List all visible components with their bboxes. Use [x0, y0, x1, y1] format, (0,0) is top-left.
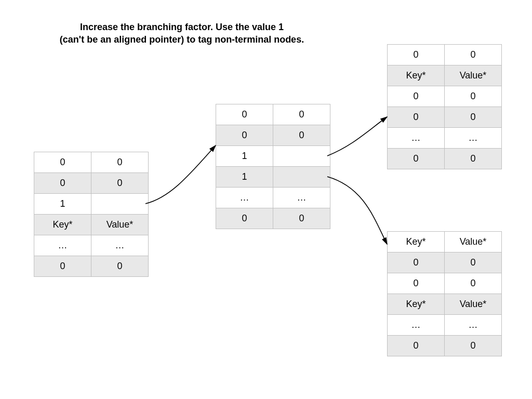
- cell: Value*: [445, 232, 502, 252]
- cell: 0: [216, 104, 273, 125]
- cell: Value*: [91, 215, 149, 235]
- node-table-top-right: 00 Key*Value* 00 00 …… 00: [387, 44, 502, 169]
- cell: 0: [388, 336, 445, 356]
- cell: [273, 167, 330, 188]
- cell: Key*: [388, 232, 445, 252]
- node-table-bottom-right: Key*Value* 00 00 Key*Value* …… 00: [387, 231, 502, 356]
- cell: 0: [34, 173, 91, 194]
- cell: …: [445, 315, 502, 336]
- cell: 1: [34, 194, 91, 215]
- cell: 1: [216, 167, 273, 188]
- title-line2: (can't be an aligned pointer) to tag non…: [60, 34, 304, 45]
- cell: …: [445, 128, 502, 149]
- cell: 0: [388, 86, 445, 107]
- cell: 0: [273, 104, 330, 125]
- cell: 0: [445, 86, 502, 107]
- cell: 0: [388, 149, 445, 169]
- cell: [91, 194, 149, 215]
- cell: 0: [388, 273, 445, 294]
- cell: …: [34, 235, 91, 256]
- cell: 0: [216, 125, 273, 146]
- cell: 0: [445, 149, 502, 169]
- cell: 0: [216, 208, 273, 229]
- cell: …: [388, 315, 445, 336]
- cell: 0: [388, 45, 445, 65]
- node-table-center: 00 00 1 1 …… 00: [216, 104, 330, 229]
- cell: 0: [445, 107, 502, 128]
- cell: 0: [388, 252, 445, 273]
- diagram-title: Increase the branching factor. Use the v…: [21, 21, 343, 46]
- cell: 0: [91, 256, 149, 277]
- title-line1: Increase the branching factor. Use the v…: [80, 22, 284, 32]
- cell: …: [216, 188, 273, 208]
- cell: …: [273, 188, 330, 208]
- cell: 0: [91, 173, 149, 194]
- arrow-center-to-bottom-right: [327, 177, 387, 244]
- arrow-center-to-top-right: [327, 117, 387, 156]
- cell: Value*: [445, 294, 502, 315]
- cell: [273, 146, 330, 167]
- cell: 0: [34, 256, 91, 277]
- cell: 1: [216, 146, 273, 167]
- cell: 0: [273, 125, 330, 146]
- cell: 0: [388, 107, 445, 128]
- cell: 0: [445, 336, 502, 356]
- cell: 0: [91, 152, 149, 173]
- cell: Key*: [34, 215, 91, 235]
- cell: 0: [445, 252, 502, 273]
- cell: …: [388, 128, 445, 149]
- cell: …: [91, 235, 149, 256]
- cell: 0: [34, 152, 91, 173]
- cell: Key*: [388, 65, 445, 86]
- cell: Value*: [445, 65, 502, 86]
- cell: 0: [445, 273, 502, 294]
- cell: Key*: [388, 294, 445, 315]
- arrow-left-to-center: [145, 145, 216, 204]
- cell: 0: [445, 45, 502, 65]
- node-table-left: 00 00 1 Key*Value* …… 00: [34, 152, 149, 277]
- cell: 0: [273, 208, 330, 229]
